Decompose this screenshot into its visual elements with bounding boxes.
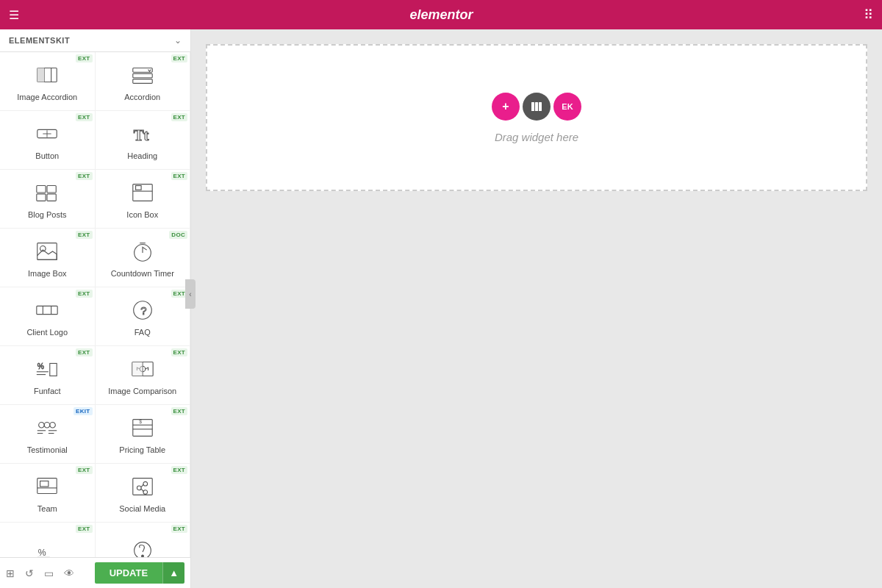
widget-label: Client Logo xyxy=(26,328,68,337)
bottom-bar: ⊞ ↺ ▭ 👁 UPDATE ▲ xyxy=(0,557,190,588)
svg-rect-47 xyxy=(40,481,49,487)
funfact-icon: % xyxy=(34,356,60,382)
client-logo-icon xyxy=(34,297,60,323)
widget-image-accordion[interactable]: EXT Image Accordion xyxy=(0,52,96,111)
widget-label: Image Box xyxy=(28,269,67,279)
svg-point-51 xyxy=(143,481,148,486)
widget-image-comparison[interactable]: EXT Image Comparison xyxy=(96,346,191,405)
widget-badge: EXT xyxy=(76,466,92,474)
widget-heading[interactable]: EXT Tt Heading xyxy=(96,111,191,170)
pricing-table-icon: $ xyxy=(129,415,156,441)
widget-label: Team xyxy=(37,504,57,514)
widget-18[interactable]: EXT xyxy=(96,523,191,557)
testimonial-icon xyxy=(34,415,60,441)
widget-badge: EXT xyxy=(171,54,187,62)
widget-icon-box[interactable]: EXT Icon Box xyxy=(96,170,191,229)
widget-button[interactable]: EXT Button xyxy=(0,111,96,170)
widget-badge: EXT xyxy=(76,172,92,180)
svg-rect-14 xyxy=(47,194,56,201)
elementor-logo: elementor xyxy=(409,7,473,23)
svg-rect-22 xyxy=(37,306,57,314)
image-comparison-icon xyxy=(129,356,156,382)
settings-icon[interactable]: ↺ xyxy=(25,567,34,579)
widget-badge: EXT xyxy=(171,407,187,415)
widget-client-logo[interactable]: EXT Client Logo xyxy=(0,287,96,346)
eye-icon[interactable]: 👁 xyxy=(64,567,74,579)
add-element-button[interactable]: + xyxy=(492,93,520,121)
faq-icon: ? xyxy=(129,297,156,323)
svg-rect-18 xyxy=(37,243,57,260)
widget-label: Accordion xyxy=(124,93,160,102)
widget-badge: EXT xyxy=(76,231,92,239)
widget-social-media[interactable]: EXT Social Media xyxy=(96,464,191,523)
widget-badge: EXT xyxy=(76,525,92,533)
widget-label: Icon Box xyxy=(126,210,158,220)
svg-text:%: % xyxy=(37,362,44,370)
grid-icon[interactable]: ⠿ xyxy=(864,7,873,23)
svg-point-52 xyxy=(143,490,148,495)
widget-blog-posts[interactable]: EXT Blog Posts xyxy=(0,170,96,229)
main-layout: ELEMENTSKIT ⌄ EXT Image Accordion EXT Ac… xyxy=(0,29,882,588)
top-bar: ☰ elementor ⠿ xyxy=(0,0,882,29)
widget-badge: DOC xyxy=(169,231,187,239)
drag-controls: + EK xyxy=(492,93,581,121)
heading-icon: Tt xyxy=(129,121,156,147)
chevron-down-icon[interactable]: ⌄ xyxy=(174,35,182,46)
widget-badge: EXT xyxy=(171,525,187,533)
widget-badge: EXT xyxy=(171,172,187,180)
bottom-bar-icons: ⊞ ↺ ▭ 👁 xyxy=(6,567,74,579)
widget-label: Button xyxy=(35,151,59,161)
ek-button[interactable]: EK xyxy=(553,93,581,121)
sidebar-header: ELEMENTSKIT ⌄ xyxy=(0,29,190,52)
svg-line-54 xyxy=(141,489,143,492)
canvas-area: + EK Drag widget here ​ xyxy=(191,29,882,588)
svg-rect-12 xyxy=(47,185,56,192)
svg-line-53 xyxy=(141,484,143,487)
social-media-icon xyxy=(129,473,156,500)
column-button[interactable] xyxy=(523,93,551,121)
responsive-icon[interactable]: ▭ xyxy=(44,567,54,579)
widget-countdown-timer[interactable]: DOC Countdown Timer xyxy=(96,229,191,287)
widget-accordion[interactable]: EXT Accordion xyxy=(96,52,191,111)
button-icon xyxy=(34,121,60,147)
collapse-handle[interactable]: ‹ xyxy=(185,279,196,309)
widget-17[interactable]: EXT % xyxy=(0,523,96,557)
hamburger-icon[interactable]: ☰ xyxy=(9,8,19,22)
widget-label: Heading xyxy=(127,151,157,161)
svg-rect-42 xyxy=(133,420,152,437)
accordion-icon xyxy=(129,62,156,88)
update-btn-group: UPDATE ▲ xyxy=(95,562,184,584)
update-arrow-button[interactable]: ▲ xyxy=(162,562,184,584)
svg-rect-60 xyxy=(531,102,534,111)
widget-pricing-table[interactable]: EXT $ Pricing Table xyxy=(96,405,191,464)
widget-label: Social Media xyxy=(119,504,165,514)
image-accordion-icon xyxy=(34,62,60,88)
widget-label: Pricing Table xyxy=(119,445,165,455)
svg-rect-49 xyxy=(133,478,152,495)
svg-text:%: % xyxy=(38,547,46,557)
widget-faq[interactable]: EXT ? FAQ xyxy=(96,287,191,346)
update-button[interactable]: UPDATE xyxy=(95,562,162,584)
widget-testimonial[interactable]: EKIT Testimonial xyxy=(0,405,96,464)
svg-point-36 xyxy=(44,422,50,428)
canvas-page[interactable]: + EK Drag widget here xyxy=(206,44,867,191)
countdown-timer-icon xyxy=(129,238,156,265)
svg-rect-13 xyxy=(37,194,46,201)
widget-label: Funfact xyxy=(34,387,61,396)
image-box-icon xyxy=(34,238,60,265)
widget-team[interactable]: EXT Team xyxy=(0,464,96,523)
layers-icon[interactable]: ⊞ xyxy=(6,567,15,579)
widget-badge: EXT xyxy=(171,113,187,121)
svg-rect-34 xyxy=(132,362,143,376)
widget-badge: EXT xyxy=(76,348,92,356)
elementskit-title: ELEMENTSKIT xyxy=(9,36,70,45)
widget-label: Countdown Timer xyxy=(111,269,174,279)
svg-rect-3 xyxy=(37,68,44,82)
widget-image-box[interactable]: EXT Image Box xyxy=(0,229,96,287)
svg-rect-17 xyxy=(135,185,141,190)
svg-rect-11 xyxy=(37,185,46,192)
widget-funfact[interactable]: EXT % Funfact xyxy=(0,346,96,405)
icon-box-icon xyxy=(129,179,156,206)
widget-17-icon: % xyxy=(34,537,60,558)
svg-point-37 xyxy=(50,422,56,428)
